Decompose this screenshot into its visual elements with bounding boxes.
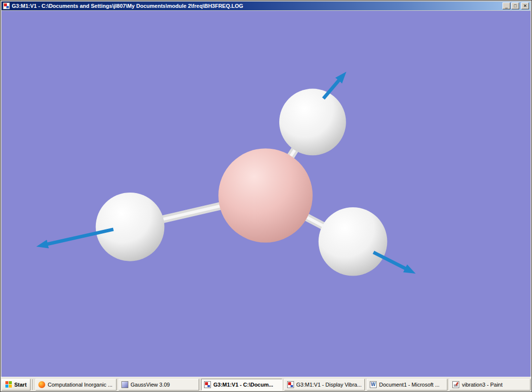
gaussview-window-icon	[287, 381, 294, 388]
task-label: G3:M1:V1 - Display Vibra...	[296, 382, 362, 388]
taskbar-button-paint[interactable]: vibration3 - Paint	[449, 379, 530, 391]
taskbar-buttons: Computational Inorganic ... GaussView 3.…	[35, 379, 531, 391]
molecule-viewport[interactable]	[1, 11, 531, 377]
start-button[interactable]: Start	[1, 379, 30, 391]
taskbar-button-molecule-window[interactable]: G3:M1:V1 - C:\Docum...	[201, 379, 282, 391]
taskbar-button-vibrations-window[interactable]: G3:M1:V1 - Display Vibra...	[284, 379, 365, 391]
atom-H[interactable]	[319, 207, 387, 276]
task-label: Computational Inorganic ...	[48, 382, 113, 388]
firefox-icon	[38, 381, 45, 388]
start-label: Start	[14, 382, 27, 388]
gaussview-window-icon	[204, 381, 211, 388]
paint-icon	[452, 381, 459, 388]
taskbar-button-browser[interactable]: Computational Inorganic ...	[35, 379, 116, 391]
windows-logo-icon	[5, 381, 12, 388]
molecule-svg	[1, 11, 531, 377]
task-label: GaussView 3.09	[131, 382, 196, 388]
atom-B[interactable]	[218, 148, 313, 242]
window-icon[interactable]	[3, 2, 10, 9]
taskbar: Start Computational Inorganic ... GaussV…	[0, 377, 532, 392]
task-label: G3:M1:V1 - C:\Docum...	[213, 382, 279, 388]
atom-H[interactable]	[279, 89, 346, 156]
window-title: G3:M1:V1 - C:\Documents and Settings\jl8…	[12, 3, 502, 9]
atom-H[interactable]	[96, 193, 165, 261]
close-button[interactable]: ✕	[521, 2, 529, 9]
taskbar-button-gaussview[interactable]: GaussView 3.09	[118, 379, 199, 391]
minimize-button[interactable]: _	[502, 2, 510, 9]
task-label: Document1 - Microsoft ...	[379, 382, 444, 388]
maximize-button[interactable]: □	[511, 2, 519, 9]
taskbar-button-word[interactable]: W Document1 - Microsoft ...	[367, 379, 447, 391]
gaussview-icon	[121, 381, 128, 388]
task-label: vibration3 - Paint	[462, 382, 527, 388]
taskbar-divider	[32, 379, 33, 390]
word-icon: W	[370, 381, 377, 388]
application-window: G3:M1:V1 - C:\Documents and Settings\jl8…	[0, 0, 532, 392]
titlebar[interactable]: G3:M1:V1 - C:\Documents and Settings\jl8…	[1, 1, 531, 10]
